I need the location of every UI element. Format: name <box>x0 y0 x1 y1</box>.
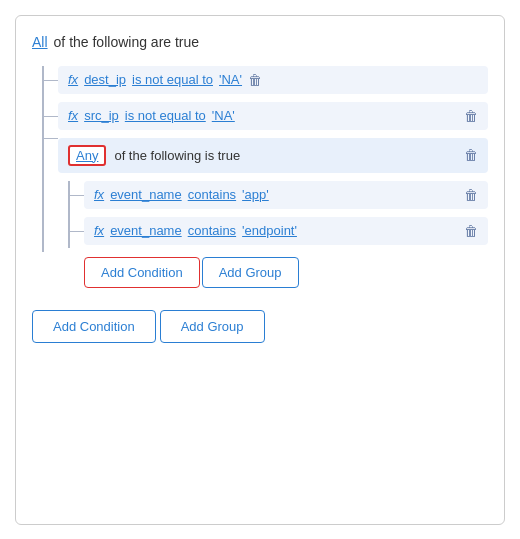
fx-link-src-ip[interactable]: fx <box>68 108 78 123</box>
condition-row-event-endpoint: fx event_name contains 'endpoint' 🗑 <box>58 217 488 245</box>
rule-builder-card: All of the following are true fx dest_ip… <box>15 15 505 525</box>
condition-row-src-ip: fx src_ip is not equal to 'NA' 🗑 <box>32 102 488 130</box>
val-event-endpoint[interactable]: 'endpoint' <box>242 223 297 238</box>
delete-src-ip-icon[interactable]: 🗑 <box>464 108 478 124</box>
fx-link-event-endpoint[interactable]: fx <box>94 223 104 238</box>
field-dest-ip[interactable]: dest_ip <box>84 72 126 87</box>
group-header: Any of the following is true 🗑 <box>58 138 488 173</box>
delete-event-endpoint-icon[interactable]: 🗑 <box>464 223 478 239</box>
op-src-ip[interactable]: is not equal to <box>125 108 206 123</box>
delete-group-icon[interactable]: 🗑 <box>464 147 478 163</box>
val-src-ip[interactable]: 'NA' <box>212 108 235 123</box>
group-inner-tree: fx event_name contains 'app' 🗑 fx event_… <box>58 181 488 288</box>
header-description: of the following are true <box>54 34 200 50</box>
val-dest-ip[interactable]: 'NA' <box>219 72 242 87</box>
condition-box-event-app: fx event_name contains 'app' 🗑 <box>84 181 488 209</box>
op-dest-ip[interactable]: is not equal to <box>132 72 213 87</box>
group-add-condition-button[interactable]: Add Condition <box>84 257 200 288</box>
outer-add-group-button[interactable]: Add Group <box>160 310 265 343</box>
field-src-ip[interactable]: src_ip <box>84 108 119 123</box>
group-actions: Add Condition Add Group <box>58 257 488 288</box>
condition-row-dest-ip: fx dest_ip is not equal to 'NA' 🗑 <box>32 66 488 94</box>
top-header: All of the following are true <box>32 34 488 50</box>
condition-box-src-ip: fx src_ip is not equal to 'NA' 🗑 <box>58 102 488 130</box>
field-event-app[interactable]: event_name <box>110 187 182 202</box>
condition-row-event-app: fx event_name contains 'app' 🗑 <box>58 181 488 209</box>
fx-link-dest-ip[interactable]: fx <box>68 72 78 87</box>
group-header-description: of the following is true <box>114 148 456 163</box>
all-qualifier-link[interactable]: All <box>32 34 48 50</box>
nested-group: Any of the following is true 🗑 fx event_… <box>58 138 488 288</box>
rule-tree: fx dest_ip is not equal to 'NA' 🗑 fx src… <box>32 66 488 296</box>
any-qualifier-link[interactable]: Any <box>68 145 106 166</box>
field-event-endpoint[interactable]: event_name <box>110 223 182 238</box>
fx-link-event-app[interactable]: fx <box>94 187 104 202</box>
condition-box-event-endpoint: fx event_name contains 'endpoint' 🗑 <box>84 217 488 245</box>
op-event-app[interactable]: contains <box>188 187 236 202</box>
outer-add-condition-button[interactable]: Add Condition <box>32 310 156 343</box>
op-event-endpoint[interactable]: contains <box>188 223 236 238</box>
val-event-app[interactable]: 'app' <box>242 187 269 202</box>
group-add-group-button[interactable]: Add Group <box>202 257 299 288</box>
delete-dest-ip-icon[interactable]: 🗑 <box>248 72 478 88</box>
delete-event-app-icon[interactable]: 🗑 <box>464 187 478 203</box>
outer-actions: Add Condition Add Group <box>32 310 488 343</box>
condition-box-dest-ip: fx dest_ip is not equal to 'NA' 🗑 <box>58 66 488 94</box>
